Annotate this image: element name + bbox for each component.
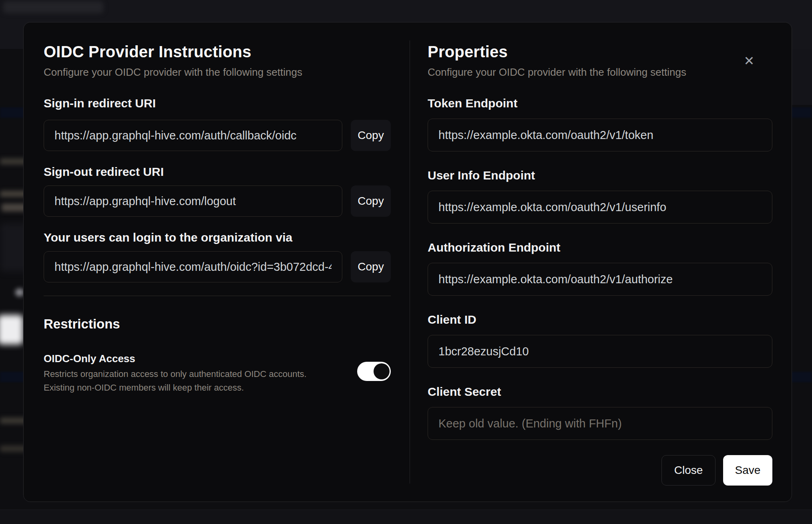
restrictions-divider <box>44 296 391 296</box>
oidc-only-access-description: Restricts organization access to only au… <box>44 367 343 395</box>
oidc-only-access-label: OIDC-Only Access <box>44 352 343 365</box>
organization-login-uri-label: Your users can login to the organization… <box>44 230 391 245</box>
client-id-input[interactable] <box>428 335 772 368</box>
instructions-title: OIDC Provider Instructions <box>44 42 391 61</box>
properties-title: Properties <box>428 42 772 61</box>
background-panel-edge <box>792 49 812 105</box>
sign-in-redirect-uri-label: Sign-in redirect URI <box>44 96 391 111</box>
token-endpoint-label: Token Endpoint <box>428 96 772 111</box>
client-id-label: Client ID <box>428 312 772 327</box>
copy-sign-out-uri-button[interactable]: Copy <box>351 185 391 217</box>
toggle-knob <box>374 363 390 379</box>
restrictions-title: Restrictions <box>44 316 391 332</box>
client-secret-input[interactable] <box>428 407 772 440</box>
copy-sign-in-uri-button[interactable]: Copy <box>351 120 391 151</box>
authorization-endpoint-input[interactable] <box>428 263 772 296</box>
oidc-only-access-row: OIDC-Only Access Restricts organization … <box>44 352 391 395</box>
description-line-1: Restricts organization access to only au… <box>44 367 343 381</box>
sign-out-redirect-uri-input[interactable] <box>44 185 342 217</box>
sign-in-redirect-uri-input[interactable] <box>44 120 342 151</box>
organization-login-uri-row: Copy <box>44 251 391 282</box>
sign-out-redirect-uri-label: Sign-out redirect URI <box>44 165 391 179</box>
token-endpoint-input[interactable] <box>428 119 772 151</box>
close-icon[interactable]: ✕ <box>741 53 757 69</box>
client-secret-label: Client Secret <box>428 385 772 399</box>
properties-pane: ✕ Properties Configure your OIDC provide… <box>410 22 792 502</box>
copy-login-uri-button[interactable]: Copy <box>351 251 391 282</box>
close-button[interactable]: Close <box>661 455 716 486</box>
properties-subtitle: Configure your OIDC provider with the fo… <box>428 66 772 79</box>
user-info-endpoint-input[interactable] <box>428 191 772 224</box>
dialog-actions: Close Save <box>428 455 772 486</box>
user-info-endpoint-label: User Info Endpoint <box>428 168 772 183</box>
save-button[interactable]: Save <box>723 455 772 486</box>
background-blurred-icon <box>15 288 24 296</box>
background-blurred-white-button <box>0 315 23 345</box>
oidc-settings-dialog: OIDC Provider Instructions Configure you… <box>23 22 792 502</box>
organization-login-uri-input[interactable] <box>44 251 342 282</box>
oidc-only-access-toggle[interactable] <box>357 362 391 381</box>
description-line-2: Existing non-OIDC members will keep thei… <box>44 381 343 395</box>
background-logo-blur <box>3 1 103 13</box>
oidc-instructions-pane: OIDC Provider Instructions Configure you… <box>24 22 410 502</box>
authorization-endpoint-label: Authorization Endpoint <box>428 240 772 255</box>
sign-out-redirect-uri-row: Copy <box>44 185 391 217</box>
instructions-subtitle: Configure your OIDC provider with the fo… <box>44 66 391 79</box>
sign-in-redirect-uri-row: Copy <box>44 120 391 151</box>
background-footer-band <box>0 510 812 524</box>
